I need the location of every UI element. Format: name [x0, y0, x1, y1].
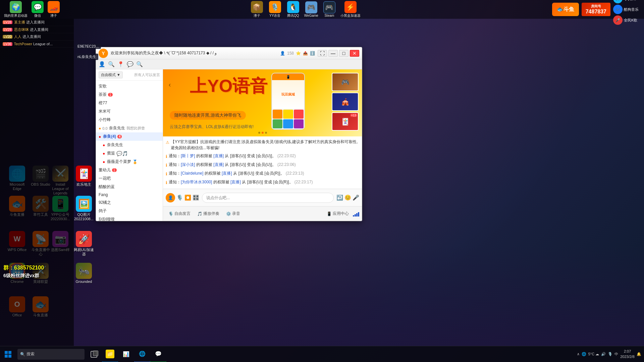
notice-user-4[interactable]: [为你带冰水3000]	[181, 180, 212, 184]
taskbar-clock[interactable]: 2:07 2023/2/8	[620, 349, 635, 359]
notice-user-3[interactable]: [Clairdelune]	[181, 171, 203, 176]
uu-label: 网易UU加速器	[73, 248, 94, 256]
app-label: 应用中心	[333, 211, 349, 217]
top-icon-zicao[interactable]: 📦 漕子	[249, 0, 265, 19]
channel-culan[interactable]: 醋酸的蓝	[96, 183, 163, 191]
yy-btn-speak[interactable]: 🎙️ 自由发言	[166, 209, 193, 218]
notice-user-1[interactable]: [斯丨梦]	[181, 154, 195, 158]
notif-1-text: E9E7EC23...	[77, 44, 99, 48]
chat-username-1: 某主播	[14, 20, 25, 24]
taskbar-search-icon: 🔍	[20, 352, 25, 357]
yy-minimize-btn[interactable]: —	[328, 50, 338, 57]
yy-nav-search-icon[interactable]: 🔍	[108, 61, 115, 67]
start-button[interactable]	[0, 346, 16, 362]
warning-icon: ⚠	[166, 139, 169, 145]
channel-naraliang-name[interactable]: 奈良先生	[109, 125, 125, 131]
desktop-icon-grounded[interactable]: 🐜 Grounded	[72, 261, 96, 285]
top-icon-accelerator[interactable]: ⚡ 小黑盒加速器	[339, 0, 362, 19]
yy-window-title: 欢迎来到李拓海的秃头之夜◆ \ ٩(ˊᗜˋ*)و / / ◆ 40717173 …	[111, 50, 277, 56]
top-icon-qqchat[interactable]: 🐧 腾讯QQ	[285, 0, 302, 19]
record-icon[interactable]: ⏺️	[184, 194, 191, 201]
channel-dousai[interactable]: ●窦筮 💬🎵	[96, 149, 163, 158]
yy-btn-music[interactable]: 🎵 播放伴奏	[195, 209, 222, 218]
warning-text: 【YY官方提醒】抗游戏的主播们请注意:涉及虚拟装备失灵/游戏代练,建议多了解对方…	[171, 139, 359, 151]
phone-grid-5	[283, 119, 293, 128]
svg-rect-0	[5, 351, 8, 354]
channel-naraliang-sub[interactable]: ●奈良先生	[96, 141, 163, 149]
emoji-icon[interactable]: 😊	[344, 194, 351, 201]
channel-cheng77[interactable]: 橙77	[96, 99, 163, 107]
yy-msg-warning: ⚠ 【YY官方提醒】抗游戏的主播们请注意:涉及虚拟装备失灵/游戏代练,建议多了解…	[166, 138, 359, 152]
notice-user-2[interactable]: [深小淡]	[181, 162, 195, 167]
top-icon-wegame[interactable]: 🎮 WeGame	[303, 1, 320, 18]
banner-thumb-1: 🎮	[332, 73, 359, 91]
channel-mimi[interactable]: 米米可	[96, 107, 163, 116]
desktop-icon-uu[interactable]: 🚀 网易UU加速器	[72, 230, 96, 258]
top-icon-wechat[interactable]: 💬 微信	[30, 0, 45, 19]
channel-nara4[interactable]: ● 奈良(4) 4	[96, 132, 163, 141]
top-icon-steam-label: Steam	[324, 14, 334, 17]
channel-92ju[interactable]: 92橘之	[96, 198, 163, 207]
room-label: 房间号	[586, 4, 606, 9]
yy-text-input[interactable]	[202, 193, 334, 203]
quanmink-icon-area[interactable]: 🎤 全民K歌	[613, 15, 639, 25]
yy-btn-appcenter[interactable]: 📱 应用中心	[324, 209, 352, 218]
yy-fullscreen-btn[interactable]: ⛶	[318, 50, 327, 57]
yy-msg-1: ℹ 通知：[斯丨梦] 的权限被 [直播] 从 [游客(U)] 变成 [会员(U)…	[166, 152, 359, 161]
task-view-btn[interactable]	[86, 346, 102, 362]
volume-icon[interactable]: 🔊	[601, 352, 606, 356]
yy-msg-4: ℹ 通知：[为你带冰水3000] 的权限被 [直播] 从 [游客(U)] 变成 …	[166, 178, 359, 187]
yy-maximize-btn[interactable]: □	[339, 50, 348, 57]
grounded-icon: 🐜	[76, 263, 92, 279]
channel-yihua[interactable]: 一花吧	[96, 174, 163, 183]
yy-mode-selector[interactable]: 自由模式 ▼	[99, 71, 123, 78]
taskbar-app-chrome[interactable]: 🌐	[134, 346, 150, 362]
back-icon[interactable]: ↩️	[336, 194, 343, 201]
channel-weiwei[interactable]: ●薇薇是个菜梦 🏅	[96, 158, 163, 166]
yy-nav-person-icon[interactable]: 👤	[99, 61, 105, 67]
top-icon-steam[interactable]: 🎮 Steam	[321, 1, 338, 18]
language-indicator[interactable]: 中	[614, 352, 618, 357]
channel-fang[interactable]: Fang	[96, 191, 163, 198]
svg-rect-2	[5, 355, 8, 358]
chat-line-4: LV36 TechPower League of...	[0, 41, 74, 48]
mic-active-icon[interactable]: 🎤	[353, 194, 359, 201]
kugou-icon-area[interactable]: 🎶 酷狗音乐	[613, 5, 639, 14]
wegame-icon: 🎮	[305, 1, 317, 13]
yy-nav-magnify-icon[interactable]: 🔍	[136, 61, 143, 67]
user-avatar-small[interactable]: 👤	[166, 193, 175, 202]
banner-prev-icon[interactable]: ‹	[166, 71, 173, 98]
yy-messages[interactable]: ⚠ 【YY官方提醒】抗游戏的主播们请注意:涉及虚拟装备失灵/游戏代练,建议多了解…	[163, 136, 362, 189]
channel-dongyouer[interactable]: 董幼儿 1	[96, 166, 163, 174]
qq-music-icon-area[interactable]: 🎵 QQ音乐	[613, 0, 639, 3]
top-icon-yy[interactable]: 🎙️ YY语音	[267, 0, 283, 19]
top-icon-qqcar[interactable]: 🏎️ 漕子	[46, 0, 61, 19]
channel-guagua[interactable]: 刮刮嗖嗖	[96, 215, 163, 221]
chevron-up-icon[interactable]: ∧	[577, 352, 580, 356]
banner-nav-prev[interactable]: ‹	[166, 71, 173, 98]
top-icon-world[interactable]: 🌍 我的世界启动器	[3, 0, 29, 19]
steam-icon: 🎮	[323, 1, 335, 13]
taskbar-search[interactable]: 🔍 搜索	[17, 349, 85, 360]
notification-bell-icon[interactable]: 🔔	[637, 352, 641, 356]
banner-thumb-3: 🃏 ×13	[332, 112, 359, 131]
clock-date: 2023/2/8	[620, 354, 635, 359]
notice-icon-3: ℹ	[166, 171, 167, 177]
taskbar-app-taskmanager[interactable]: 📊	[118, 346, 134, 362]
star-icon: ⭐	[296, 51, 301, 56]
channel-gezi[interactable]: 鸽子	[96, 207, 163, 215]
channel-xiaozhu[interactable]: 小竹蜂	[96, 116, 163, 124]
yy-nav-chat-icon[interactable]: 💬	[127, 61, 133, 67]
yy-btn-record[interactable]: ⚙️ 录音	[223, 209, 243, 218]
desktop-icon-poker[interactable]: 🃏 欢乐地主	[72, 164, 96, 188]
yy-close-btn[interactable]: ✕	[350, 50, 359, 57]
equalizer-icon[interactable]: 🎛️	[193, 194, 199, 201]
desktop-icon-qqimg[interactable]: 🖼️ QQ图片 20221008...	[72, 194, 96, 223]
taskbar-app-wechat[interactable]: 💬	[150, 346, 166, 362]
taskbar-app-explorer[interactable]: 📁	[102, 346, 118, 362]
channel-chcha[interactable]: 茶茶 1	[96, 90, 163, 99]
mic-icon[interactable]: 🎙️	[176, 194, 183, 201]
yy-nav-map-icon[interactable]: 📍	[117, 61, 124, 67]
channel-ange[interactable]: 安歌	[96, 82, 163, 90]
chat-line-2: LV29 思念咪咪 进入直播间	[0, 26, 74, 34]
